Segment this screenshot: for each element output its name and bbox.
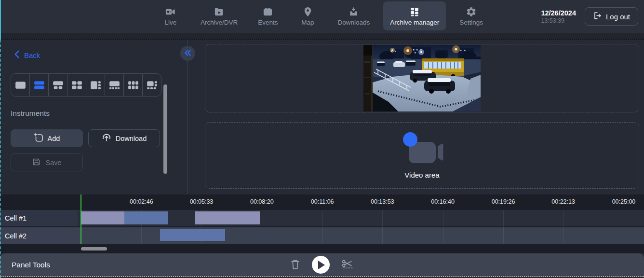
ruler-tick-label: 00:02:46 [130, 198, 153, 205]
timeline-clip[interactable] [160, 229, 225, 241]
nav-label: Settings [459, 19, 483, 26]
calendar-icon [262, 6, 273, 17]
collapse-panel-button[interactable] [180, 46, 195, 61]
delete-button[interactable] [290, 259, 300, 271]
ruler-tick-label: 00:08:20 [250, 198, 274, 205]
save-button[interactable]: Save [11, 153, 83, 171]
layout-option-one-plus-three-right[interactable] [86, 74, 105, 96]
video-slot-2[interactable]: Video area [205, 122, 639, 189]
ruler-tick-label: 00:13:53 [371, 198, 394, 205]
add-button[interactable]: Add [11, 129, 83, 147]
trash-icon [290, 259, 300, 271]
nav-separator [0, 33, 644, 40]
play-icon [318, 261, 325, 269]
top-nav: Live Archive/DVR Events Map [0, 0, 644, 33]
download-tray-icon [348, 6, 359, 17]
timeline-hscroll [0, 244, 644, 253]
collage-grid-icon [409, 6, 420, 17]
download-button[interactable]: Download [88, 129, 160, 147]
layout-option-two-by-two[interactable] [67, 74, 86, 96]
play-button[interactable] [312, 256, 330, 274]
sidebar: Back [0, 40, 188, 195]
cell-label[interactable]: Cell #2 [0, 227, 78, 244]
timeline-scrollbar-thumb[interactable] [81, 247, 107, 250]
timeline-ruler[interactable]: 00:02:4600:05:3300:08:2000:11:0600:13:53… [0, 195, 644, 210]
ruler-tick-label: 00:22:13 [551, 198, 575, 205]
video-camera-icon [165, 6, 176, 17]
left-edge-line [0, 0, 1, 40]
back-label: Back [24, 51, 40, 59]
double-chevron-left-icon [184, 49, 192, 58]
ruler-tick-label: 00:11:06 [311, 198, 334, 205]
video-layout-area: Video area [188, 40, 644, 195]
nav-label: Archive/DVR [201, 19, 238, 26]
current-date: 12/26/2024 [541, 9, 576, 17]
nav-item-downloads[interactable]: Downloads [331, 1, 376, 30]
scissors-icon [341, 259, 354, 271]
chevron-left-icon [13, 50, 21, 60]
ruler-tick-label: 00:25:00 [612, 198, 636, 205]
logout-label: Log out [606, 13, 630, 21]
video-camera-placeholder-icon [398, 132, 446, 170]
timeline-playhead[interactable] [80, 195, 81, 244]
video-area-placeholder: Video area [398, 132, 446, 179]
nav-item-events[interactable]: Events [251, 1, 284, 30]
instruments-title: Instruments [11, 109, 50, 118]
gear-icon [466, 6, 477, 17]
nav-item-live[interactable]: Live [154, 1, 187, 30]
timeline-clip[interactable] [81, 211, 124, 224]
sidebar-scrollbar[interactable] [163, 84, 167, 174]
nav-label: Events [258, 19, 278, 26]
layout-option-three-by-two[interactable] [124, 74, 143, 96]
nav-item-archive-dvr[interactable]: Archive/DVR [194, 1, 244, 30]
archive-manager-app: Live Archive/DVR Events Map [0, 0, 644, 278]
video-slot-1[interactable] [205, 44, 639, 112]
timeline-rows: Cell #1Cell #2 [0, 210, 644, 244]
nav-label: Archive manager [390, 19, 439, 26]
folder-play-icon [214, 6, 225, 17]
panel-tools-bar: Panel Tools [0, 253, 644, 277]
panel-tools-buttons [0, 253, 644, 276]
nav-item-map[interactable]: Map [291, 1, 324, 30]
ruler-tick-label: 00:05:33 [190, 198, 214, 205]
download-label: Download [116, 135, 147, 142]
timeline-row[interactable]: Cell #2 [0, 227, 644, 244]
ruler-tick-label: 00:16:40 [431, 198, 455, 205]
timeline: 00:02:4600:05:3300:08:2000:11:0600:13:53… [0, 195, 644, 253]
nav-right: 12/26/2024 13:53:39 Log out [541, 0, 638, 33]
floppy-icon [32, 157, 41, 168]
save-label: Save [45, 159, 61, 167]
upload-arrow-icon [102, 133, 111, 144]
add-label: Add [48, 135, 60, 142]
ruler-tick-label: 00:19:26 [492, 198, 515, 205]
nav-item-settings[interactable]: Settings [453, 1, 490, 30]
nav-label: Live [165, 19, 177, 26]
logout-button[interactable]: Log out [585, 7, 638, 26]
add-frame-icon [34, 133, 43, 144]
timeline-clip[interactable] [195, 211, 260, 224]
content-area: Back [0, 40, 644, 195]
layout-option-one-plus-four-bottom[interactable] [105, 74, 124, 96]
camera-thumbnail[interactable] [363, 45, 481, 111]
logout-icon [593, 11, 602, 22]
datetime: 12/26/2024 13:53:39 [541, 9, 576, 24]
cell-label[interactable]: Cell #1 [0, 210, 78, 226]
timeline-row[interactable]: Cell #1 [0, 210, 644, 226]
nav-label: Map [301, 19, 314, 26]
layout-option-single[interactable] [11, 74, 30, 96]
layout-picker [11, 73, 161, 97]
nav-label: Downloads [337, 19, 370, 26]
layout-option-one-wide-plus-two[interactable] [49, 74, 67, 96]
video-area-label: Video area [404, 171, 439, 179]
cut-button[interactable] [341, 259, 354, 271]
map-pin-icon [302, 6, 313, 17]
left-edge-dashed-line [0, 40, 1, 278]
timeline-clip[interactable] [124, 211, 168, 224]
layout-option-one-plus-five[interactable] [143, 74, 161, 96]
back-button[interactable]: Back [13, 50, 40, 60]
layout-option-two-rows[interactable] [30, 74, 49, 96]
instruments-buttons: Add Download Save [11, 129, 161, 171]
current-time: 13:53:39 [541, 17, 576, 24]
nav-item-archive-manager[interactable]: Archive manager [383, 1, 446, 30]
